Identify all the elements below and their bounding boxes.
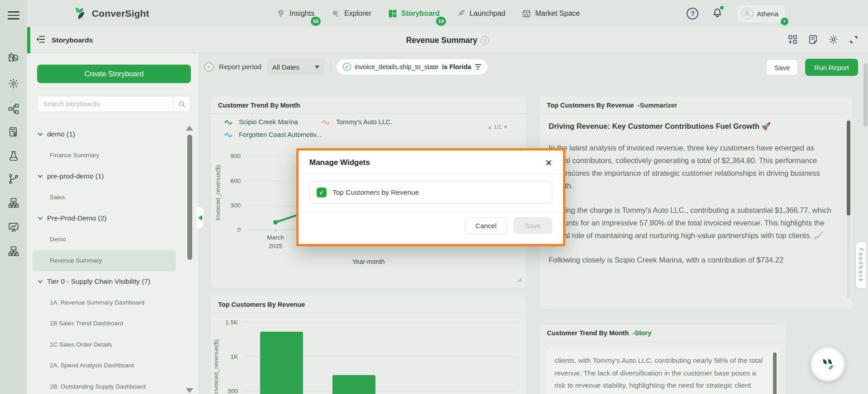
- tree-group-pre-prod-demo-2[interactable]: Pre-Prod-Demo (2): [27, 208, 182, 229]
- report-period-dropdown[interactable]: All Dates: [267, 58, 325, 75]
- page-down-icon[interactable]: ▼: [503, 124, 508, 130]
- insights-bulb-icon: [276, 9, 286, 19]
- pipeline-branch-icon[interactable]: [8, 173, 19, 185]
- hierarchy-icon[interactable]: [8, 103, 19, 115]
- card-resize-handle[interactable]: [517, 276, 522, 284]
- ship-to-state-filter-chip[interactable]: ✓ invoice_details.ship_to_state is Flori…: [336, 59, 488, 75]
- search-icon[interactable]: [173, 96, 190, 112]
- sitemap-icon[interactable]: [8, 197, 19, 209]
- page-scrollbar-thumb[interactable]: [863, 63, 868, 127]
- nav-item-market-space[interactable]: Market Space: [522, 9, 580, 19]
- left-icon-rail: [0, 0, 27, 394]
- insights-count-badge: 50: [311, 17, 321, 26]
- tree-item-revenue-summary-selected[interactable]: Revenue Summary: [33, 250, 176, 271]
- tree-group-demo[interactable]: demo (1): [27, 124, 182, 145]
- nav-item-insights[interactable]: Insights 50: [276, 9, 314, 19]
- storyboard-count-badge: 19: [436, 17, 446, 26]
- story-scrollbar-thumb[interactable]: [773, 352, 777, 394]
- manage-widgets-icon[interactable]: [787, 34, 798, 47]
- tree-scroll-up-icon[interactable]: [186, 126, 193, 131]
- tree-group-pre-prod-demo[interactable]: pre-prod-demo (1): [27, 166, 182, 187]
- create-storyboard-button[interactable]: Create Storyboard: [37, 65, 191, 83]
- legend-forgotten-coast[interactable]: Forgotten Coast Automotiv...: [224, 131, 322, 138]
- tree-item-1a-revenue-summary-dashboard[interactable]: 1A. Revenue Summary Dashboard: [27, 292, 182, 313]
- filter-bar: ✓ Report period All Dates ✓ invoice_deta…: [204, 57, 488, 77]
- tree-item-1c-sales-order-details[interactable]: 1C Sales Order Details: [27, 334, 182, 355]
- avatar: [741, 8, 753, 19]
- story-card: Customer Trend By Month -Story clients, …: [540, 324, 786, 394]
- legend-pagination: ▲ 1/1 ▼: [488, 124, 508, 130]
- notification-dot: [720, 6, 724, 9]
- notifications-bell-icon[interactable]: [712, 7, 723, 20]
- trend-y-axis-label: Invoiced_revenue($): [214, 150, 221, 236]
- legend-tommys-auto-llc[interactable]: Tommy's Auto LLC.: [322, 118, 419, 126]
- customer-trend-card-header: Customer Trend By Month: [211, 97, 526, 114]
- storyboard-search: [37, 96, 191, 112]
- assistant-icon[interactable]: [8, 52, 19, 63]
- page-up-icon[interactable]: ▲: [488, 124, 493, 130]
- user-menu[interactable]: Athena ▼: [736, 4, 786, 23]
- labs-flask-icon[interactable]: [8, 150, 19, 162]
- dialog-save-button-disabled[interactable]: Save: [513, 217, 552, 234]
- bar-tommys-auto-llc[interactable]: [260, 332, 303, 394]
- summarizer-card: Top Customers By Revenue -Summarizer Dri…: [540, 97, 853, 310]
- nav-item-storyboard[interactable]: Storyboard 19: [388, 9, 440, 19]
- settings-icon[interactable]: [8, 78, 19, 89]
- tree-item-2b-outstanding-supply-dashboard[interactable]: 2B. Outstanding Supply Dashboard: [27, 376, 182, 394]
- close-icon[interactable]: ✕: [545, 159, 552, 167]
- run-report-button[interactable]: Run Report: [805, 59, 858, 76]
- bar-scipio-creek-marina[interactable]: [332, 375, 375, 394]
- widget-option-label: Top Customers by Revenue: [332, 188, 419, 197]
- nav-item-explorer[interactable]: Explorer: [331, 9, 371, 19]
- tree-scrollbar-thumb[interactable]: [187, 135, 192, 260]
- summarizer-scrollbar-thumb[interactable]: [847, 121, 850, 216]
- tree-item-1b-sales-trend-dashboard[interactable]: 1B Sales Trend Dashboard: [27, 313, 182, 334]
- nav-item-launchpad[interactable]: Launchpad: [456, 9, 505, 19]
- summarizer-heading: Driving Revenue: Key Customer Contributi…: [549, 122, 835, 131]
- main-nav: Insights 50 Explorer Storyboard 19 Launc…: [276, 0, 580, 27]
- widget-option-row[interactable]: ✓ Top Customers by Revenue: [309, 181, 552, 204]
- manage-widgets-dialog: Manage Widgets ✕ ✓ Top Customers by Reve…: [296, 148, 565, 246]
- dashboard-presentation-icon[interactable]: [8, 221, 19, 233]
- widget-checkbox-checked[interactable]: ✓: [317, 188, 327, 197]
- info-icon[interactable]: i: [481, 36, 489, 44]
- expand-fullscreen-icon[interactable]: [849, 34, 859, 47]
- cancel-button[interactable]: Cancel: [465, 217, 507, 234]
- menu-icon[interactable]: [8, 9, 19, 22]
- ytick-1-5k: 1.5K: [219, 319, 238, 326]
- story-card-header: Customer Trend By Month -Story: [540, 324, 786, 342]
- filter-check-icon: ✓: [343, 63, 351, 71]
- launchpad-rocket-icon: [456, 9, 466, 19]
- save-button[interactable]: Save: [766, 59, 798, 75]
- top-customers-card-header: Top Customers By Revenue: [211, 296, 526, 313]
- legend-scipio-creek-marina[interactable]: Scipio Creek Marina: [224, 118, 322, 126]
- storyboards-panel: Create Storyboard demo (1) Finance Summa…: [27, 53, 199, 394]
- trend-legend: Scipio Creek Marina Tommy's Auto LLC. Fo…: [224, 118, 419, 138]
- workflow-icon[interactable]: [8, 245, 19, 257]
- feedback-tab[interactable]: Feedback: [855, 242, 866, 289]
- dialog-title: Manage Widgets: [309, 158, 370, 167]
- conversight-mark-icon: [820, 356, 836, 372]
- settings-gear-icon[interactable]: [828, 34, 839, 47]
- filter-divider: [330, 61, 331, 73]
- tree-group-tier0[interactable]: Tier 0 - Supply Chain Visibility (7): [27, 271, 182, 292]
- ytick-0: 0: [222, 226, 241, 233]
- audit-report-icon[interactable]: [8, 126, 19, 138]
- tree-item-sales[interactable]: Sales: [27, 187, 182, 208]
- tree-scroll-down-icon[interactable]: [186, 388, 193, 393]
- report-period-check-icon[interactable]: ✓: [204, 62, 213, 71]
- summarizer-card-header: Top Customers By Revenue -Summarizer: [540, 97, 853, 114]
- athena-chat-button[interactable]: [811, 347, 845, 381]
- tree-item-finance-summary[interactable]: Finance Summary: [27, 145, 182, 166]
- wave-icon: [224, 119, 234, 125]
- gridline-1-5k: [243, 322, 518, 323]
- summarizer-scrollbar[interactable]: [847, 118, 850, 298]
- tree-item-2a-spend-analysis-dashboard[interactable]: 2A. Spend Analysis Dashboard: [27, 355, 182, 376]
- notes-icon[interactable]: [808, 34, 818, 47]
- search-input[interactable]: [38, 100, 173, 108]
- panel-collapse-handle[interactable]: [196, 206, 204, 229]
- brand-logo[interactable]: ConverSight: [72, 0, 149, 27]
- tree-item-demo[interactable]: Demo: [27, 229, 182, 250]
- help-icon[interactable]: ?: [687, 8, 698, 19]
- collapse-panel-icon[interactable]: [36, 34, 46, 46]
